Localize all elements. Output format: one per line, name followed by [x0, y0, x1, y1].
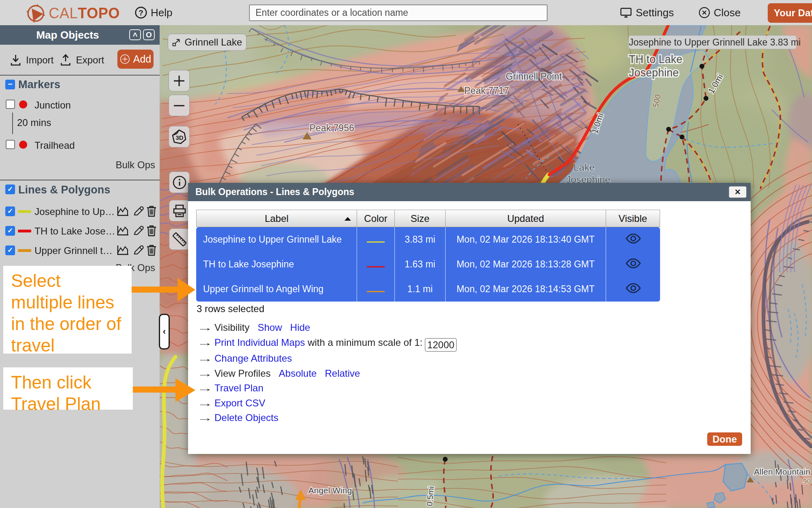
svg-text:?: ?	[139, 9, 143, 17]
svg-text:3D: 3D	[175, 134, 183, 141]
